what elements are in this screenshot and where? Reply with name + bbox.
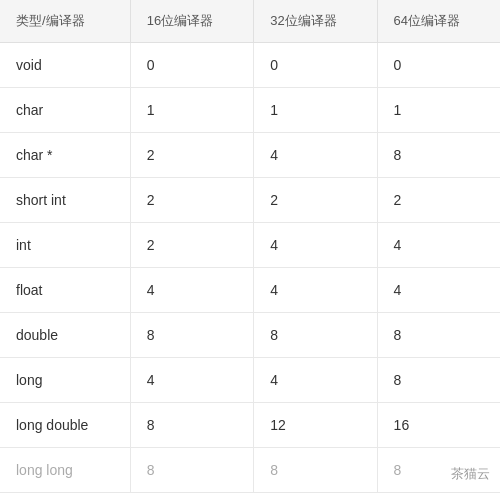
header-type: 类型/编译器 — [0, 0, 130, 43]
cell-value: 0 — [254, 43, 377, 88]
table-row: char *248 — [0, 133, 500, 178]
cell-type: long long — [0, 448, 130, 493]
cell-type: char — [0, 88, 130, 133]
cell-value: 8 — [130, 313, 253, 358]
table-row: short int222 — [0, 178, 500, 223]
cell-value: 0 — [130, 43, 253, 88]
cell-value: 2 — [377, 178, 500, 223]
table-row: char111 — [0, 88, 500, 133]
table-row: int244 — [0, 223, 500, 268]
cell-value: 2 — [130, 178, 253, 223]
cell-value: 8 — [254, 448, 377, 493]
cell-type: void — [0, 43, 130, 88]
cell-value: 8 — [377, 313, 500, 358]
cell-value: 4 — [130, 268, 253, 313]
cell-value: 8 — [377, 448, 500, 493]
cell-value: 4 — [377, 223, 500, 268]
cell-value: 4 — [254, 133, 377, 178]
cell-value: 4 — [254, 223, 377, 268]
table-container: 类型/编译器 16位编译器 32位编译器 64位编译器 void000char1… — [0, 0, 500, 493]
cell-value: 8 — [254, 313, 377, 358]
cell-type: int — [0, 223, 130, 268]
header-64bit: 64位编译器 — [377, 0, 500, 43]
data-table: 类型/编译器 16位编译器 32位编译器 64位编译器 void000char1… — [0, 0, 500, 493]
table-row: double888 — [0, 313, 500, 358]
table-row: long448 — [0, 358, 500, 403]
header-16bit: 16位编译器 — [130, 0, 253, 43]
cell-value: 2 — [130, 133, 253, 178]
table-row: long long888 — [0, 448, 500, 493]
cell-value: 4 — [130, 358, 253, 403]
cell-value: 2 — [130, 223, 253, 268]
cell-value: 12 — [254, 403, 377, 448]
cell-type: char * — [0, 133, 130, 178]
cell-value: 1 — [130, 88, 253, 133]
cell-type: short int — [0, 178, 130, 223]
table-row: void000 — [0, 43, 500, 88]
cell-value: 4 — [377, 268, 500, 313]
table-row: float444 — [0, 268, 500, 313]
cell-value: 0 — [377, 43, 500, 88]
cell-type: double — [0, 313, 130, 358]
header-row: 类型/编译器 16位编译器 32位编译器 64位编译器 — [0, 0, 500, 43]
cell-value: 8 — [377, 358, 500, 403]
cell-value: 4 — [254, 268, 377, 313]
cell-value: 16 — [377, 403, 500, 448]
header-32bit: 32位编译器 — [254, 0, 377, 43]
cell-type: float — [0, 268, 130, 313]
cell-value: 8 — [130, 448, 253, 493]
cell-value: 2 — [254, 178, 377, 223]
cell-value: 8 — [130, 403, 253, 448]
cell-value: 8 — [377, 133, 500, 178]
cell-value: 1 — [254, 88, 377, 133]
cell-type: long double — [0, 403, 130, 448]
cell-value: 1 — [377, 88, 500, 133]
table-row: long double81216 — [0, 403, 500, 448]
cell-type: long — [0, 358, 130, 403]
cell-value: 4 — [254, 358, 377, 403]
